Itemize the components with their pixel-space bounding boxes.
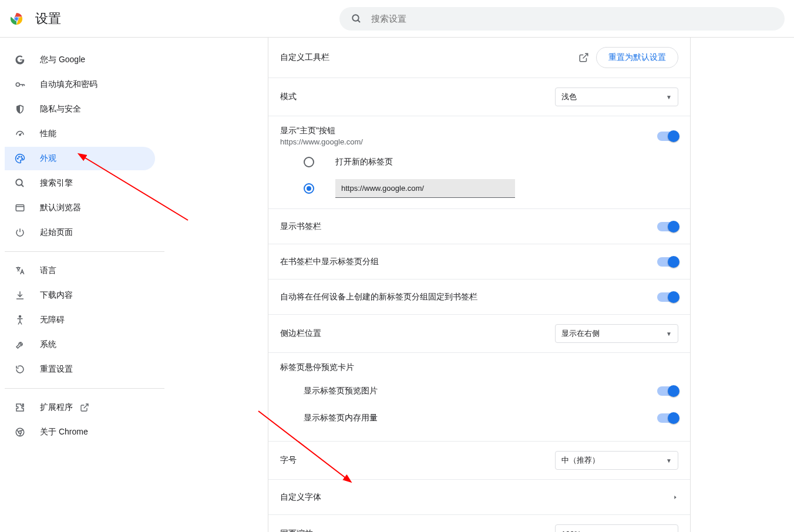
radio-circle-checked-icon bbox=[304, 183, 314, 194]
mode-dropdown[interactable]: 浅色 ▼ bbox=[555, 87, 678, 106]
accessibility-icon bbox=[14, 314, 26, 326]
sidebar-item-downloads[interactable]: 下载内容 bbox=[5, 284, 155, 307]
sidebar-item-label: 外观 bbox=[40, 153, 56, 164]
dropdown-value: 浅色 bbox=[561, 92, 577, 102]
page-zoom-label: 网页缩放 bbox=[280, 528, 555, 532]
sidebar-item-search-engine[interactable]: 搜索引擎 bbox=[5, 171, 155, 195]
dropdown-value: 100% bbox=[561, 530, 581, 533]
sidebar-item-label: 性能 bbox=[40, 129, 56, 139]
sidebar-item-label: 扩展程序 bbox=[40, 402, 73, 413]
svg-point-12 bbox=[19, 156, 20, 157]
svg-point-10 bbox=[19, 134, 21, 135]
memory-usage-label: 显示标签页内存用量 bbox=[304, 413, 657, 423]
chrome-icon bbox=[14, 426, 26, 438]
content-area: 自定义工具栏 重置为默认设置 模式 浅色 ▼ 显示"主页"按钮 https://… bbox=[164, 38, 794, 532]
sidebar-item-system[interactable]: 系统 bbox=[5, 333, 155, 356]
translate-icon bbox=[14, 265, 26, 277]
sidebar-item-performance[interactable]: 性能 bbox=[5, 122, 155, 146]
custom-font-row[interactable]: 自定义字体 bbox=[268, 480, 690, 515]
auto-pin-toggle[interactable] bbox=[657, 292, 678, 302]
svg-point-5 bbox=[16, 83, 19, 86]
dropdown-value: 显示在右侧 bbox=[561, 328, 600, 339]
svg-point-14 bbox=[22, 158, 23, 159]
sidebar-item-language[interactable]: 语言 bbox=[5, 259, 155, 282]
chrome-logo-icon bbox=[9, 12, 23, 26]
memory-usage-row: 显示标签页内存用量 bbox=[280, 405, 678, 432]
chevron-down-icon: ▼ bbox=[666, 457, 672, 464]
svg-point-13 bbox=[21, 156, 22, 157]
svg-line-26 bbox=[20, 321, 22, 324]
sidebar-item-reset[interactable]: 重置设置 bbox=[5, 358, 155, 381]
svg-point-3 bbox=[352, 15, 359, 21]
sidebar-item-label: 无障碍 bbox=[40, 315, 65, 325]
chevron-down-icon: ▼ bbox=[666, 331, 672, 337]
sidebar-item-label: 重置设置 bbox=[40, 364, 73, 375]
google-icon bbox=[14, 54, 26, 66]
chevron-down-icon: ▼ bbox=[666, 94, 672, 100]
home-button-toggle[interactable] bbox=[657, 132, 678, 141]
sidebar-item-google[interactable]: 您与 Google bbox=[5, 48, 155, 72]
svg-line-33 bbox=[583, 53, 588, 58]
sidebar-position-label: 侧边栏位置 bbox=[280, 328, 555, 339]
sidebar-item-label: 您与 Google bbox=[40, 55, 85, 65]
search-input[interactable] bbox=[371, 14, 773, 23]
sidebar-item-label: 自动填充和密码 bbox=[40, 79, 97, 90]
sidebar-item-label: 搜索引擎 bbox=[40, 178, 73, 188]
home-button-url: https://www.google.com/ bbox=[280, 137, 657, 146]
sidebar-position-row: 侧边栏位置 显示在右侧 ▼ bbox=[268, 315, 690, 353]
sidebar-item-extensions[interactable]: 扩展程序 bbox=[5, 396, 155, 419]
sidebar-item-label: 起始页面 bbox=[40, 227, 73, 238]
sidebar-item-appearance[interactable]: 外观 bbox=[5, 147, 155, 170]
speed-icon bbox=[14, 128, 26, 140]
preview-image-label: 显示标签页预览图片 bbox=[304, 386, 657, 396]
mode-label: 模式 bbox=[280, 92, 555, 102]
show-tab-groups-toggle[interactable] bbox=[657, 257, 678, 267]
sidebar-item-privacy[interactable]: 隐私与安全 bbox=[5, 97, 155, 121]
page-title: 设置 bbox=[35, 10, 61, 28]
font-size-dropdown[interactable]: 中（推荐） ▼ bbox=[555, 451, 678, 470]
reset-button[interactable]: 重置为默认设置 bbox=[596, 47, 678, 68]
external-link-icon bbox=[80, 403, 89, 412]
shield-icon bbox=[14, 103, 26, 115]
custom-toolbar-row[interactable]: 自定义工具栏 重置为默认设置 bbox=[268, 38, 690, 78]
svg-line-30 bbox=[20, 430, 23, 431]
page-zoom-dropdown[interactable]: 100% ▼ bbox=[555, 524, 678, 532]
sidebar-position-dropdown[interactable]: 显示在右侧 ▼ bbox=[555, 324, 678, 343]
sidebar-item-label: 系统 bbox=[40, 339, 56, 350]
sidebar-item-accessibility[interactable]: 无障碍 bbox=[5, 308, 155, 332]
auto-pin-label: 自动将在任何设备上创建的新标签页分组固定到书签栏 bbox=[280, 292, 657, 302]
sidebar-item-default-browser[interactable]: 默认浏览器 bbox=[5, 196, 155, 220]
search-icon bbox=[351, 14, 362, 24]
svg-line-4 bbox=[358, 20, 360, 22]
custom-font-label: 自定义字体 bbox=[280, 492, 672, 503]
sidebar-item-label: 关于 Chrome bbox=[40, 427, 88, 437]
preview-image-toggle[interactable] bbox=[657, 386, 678, 396]
custom-toolbar-label: 自定义工具栏 bbox=[280, 52, 578, 63]
sidebar-item-startup[interactable]: 起始页面 bbox=[5, 221, 155, 244]
auto-pin-row: 自动将在任何设备上创建的新标签页分组固定到书签栏 bbox=[268, 280, 690, 315]
external-link-icon[interactable] bbox=[578, 52, 589, 63]
sidebar-item-about[interactable]: 关于 Chrome bbox=[5, 420, 155, 444]
font-size-label: 字号 bbox=[280, 455, 555, 466]
sidebar-item-label: 下载内容 bbox=[40, 290, 73, 301]
radio-circle-icon bbox=[304, 157, 314, 167]
home-url-input[interactable] bbox=[335, 179, 515, 198]
show-bookmarks-label: 显示书签栏 bbox=[280, 221, 657, 232]
sidebar-item-label: 隐私与安全 bbox=[40, 104, 81, 115]
sidebar-divider bbox=[5, 388, 164, 389]
sidebar: 您与 Google 自动填充和密码 隐私与安全 性能 外观 bbox=[0, 38, 164, 532]
memory-usage-toggle[interactable] bbox=[657, 413, 678, 423]
radio-custom-url[interactable] bbox=[304, 173, 678, 204]
sidebar-item-autofill[interactable]: 自动填充和密码 bbox=[5, 73, 155, 96]
search-box[interactable] bbox=[339, 7, 785, 31]
wrench-icon bbox=[14, 339, 26, 351]
svg-line-25 bbox=[18, 321, 20, 324]
home-button-label: 显示"主页"按钮 bbox=[280, 126, 657, 136]
show-tab-groups-row: 在书签栏中显示标签页分组 bbox=[268, 244, 690, 280]
svg-line-16 bbox=[21, 184, 23, 187]
download-icon bbox=[14, 289, 26, 301]
show-bookmarks-toggle[interactable] bbox=[657, 222, 678, 231]
sidebar-item-label: 语言 bbox=[40, 265, 56, 276]
power-icon bbox=[14, 227, 26, 238]
radio-new-tab[interactable]: 打开新的标签页 bbox=[304, 151, 678, 173]
